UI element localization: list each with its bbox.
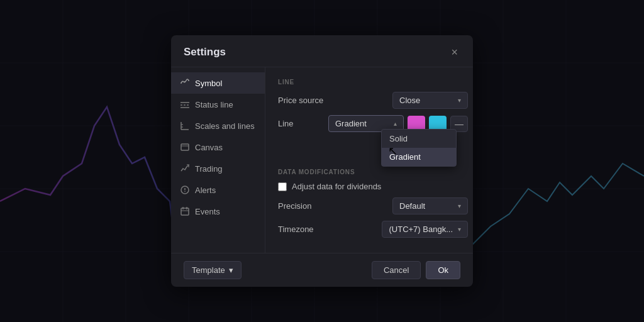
price-source-chevron: ▾ [458,97,461,104]
dialog-body: Symbol Status line Scales and lines [171,67,473,253]
price-source-label: Price source [278,96,328,105]
precision-label: Precision [278,201,328,211]
events-icon [180,206,190,216]
dropdown-item-solid[interactable]: Solid [382,130,456,148]
svg-point-15 [188,80,189,81]
sidebar-label-events: Events [195,207,220,216]
sidebar-label-scales: Scales and lines [195,121,255,131]
price-source-value: Close [399,96,420,105]
svg-rect-30 [181,208,189,215]
sidebar-label-status-line: Status line [195,100,233,109]
sidebar-item-events[interactable]: Events [171,201,265,222]
precision-row: Precision Default ▾ [278,197,468,214]
precision-chevron: ▾ [458,203,461,209]
trading-icon [180,164,190,174]
line-type-value: Gradient [335,119,367,128]
timezone-select[interactable]: (UTC+7) Bangk... ▾ [382,221,468,238]
timezone-value: (UTC+7) Bangk... [389,225,453,234]
dialog-footer: Template ▾ Cancel Ok [171,253,473,287]
scales-icon [180,121,190,131]
precision-select[interactable]: Default ▾ [392,197,468,214]
sidebar-label-alerts: Alerts [195,186,216,195]
alerts-icon [180,185,190,195]
timezone-row: Timezone (UTC+7) Bangk... ▾ [278,221,468,238]
sidebar-item-scales-and-lines[interactable]: Scales and lines [171,115,265,136]
dialog-title: Settings [184,46,226,58]
sidebar-item-canvas[interactable]: Canvas [171,136,265,158]
sidebar-item-symbol[interactable]: Symbol [171,72,265,94]
line-section-label: LINE [278,79,468,86]
svg-point-29 [184,191,186,192]
svg-point-14 [184,81,186,82]
svg-rect-23 [181,144,189,150]
sidebar-label-canvas: Canvas [195,143,223,152]
dropdown-item-gradient[interactable]: Gradient [382,148,456,166]
timezone-controls: (UTC+7) Bangk... ▾ [382,221,468,238]
price-source-row: Price source Close ▾ [278,92,468,109]
symbol-icon [180,78,190,88]
sidebar-item-alerts[interactable]: Alerts [171,179,265,201]
canvas-icon [180,142,190,152]
settings-dialog: Settings × Symbol Statu [171,35,473,287]
precision-controls: Default ▾ [392,197,468,214]
template-button[interactable]: Template ▾ [184,261,242,279]
precision-value: Default [399,201,425,211]
timezone-chevron: ▾ [458,226,461,233]
dialog-header: Settings × [171,35,473,67]
timezone-label: Timezone [278,225,328,234]
sidebar-label-symbol: Symbol [195,79,222,88]
line-label: Line [278,119,328,128]
dividends-row: Adjust data for dividends [278,182,468,191]
sidebar-item-status-line[interactable]: Status line [171,94,265,115]
sidebar-label-trading: Trading [195,164,223,174]
status-line-icon [180,99,190,109]
content-area: LINE Price source Close ▾ Line Gradient [265,67,480,253]
cancel-button[interactable]: Cancel [372,261,421,279]
footer-actions: Cancel Ok [372,261,460,279]
dividends-label: Adjust data for dividends [292,182,381,191]
sidebar: Symbol Status line Scales and lines [171,67,265,253]
ok-button[interactable]: Ok [426,261,460,279]
close-button[interactable]: × [448,45,460,59]
price-source-controls: Close ▾ [392,92,468,109]
line-type-chevron: ▴ [394,120,397,127]
sidebar-item-trading[interactable]: Trading [171,158,265,179]
price-source-select[interactable]: Close ▾ [392,92,468,109]
svg-point-13 [180,82,182,84]
template-label: Template [192,265,225,275]
dividends-checkbox[interactable] [278,182,287,191]
template-chevron: ▾ [229,265,233,275]
data-modifications-label: DATA MODIFICATIONS [278,169,468,175]
line-type-dropdown: Solid Gradient [381,129,457,167]
